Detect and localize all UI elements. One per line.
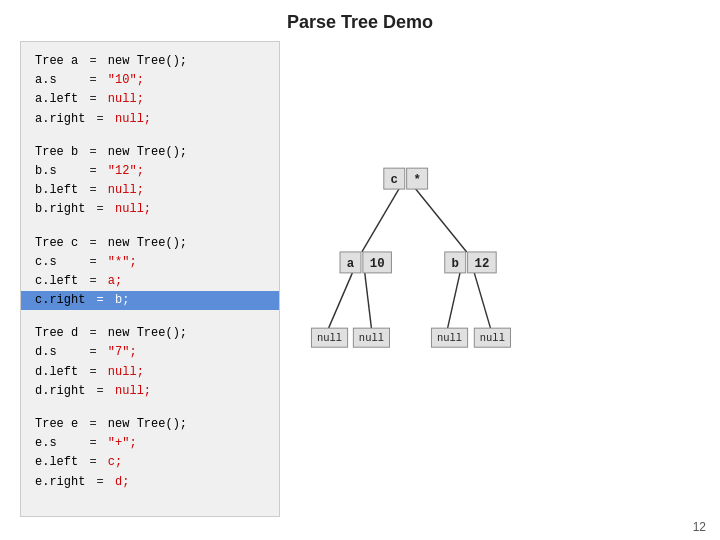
code-val: new Tree(); [108, 143, 187, 162]
code-op: = [82, 52, 104, 71]
code-val: c; [108, 453, 122, 472]
code-op: = [61, 71, 104, 90]
code-line: b.s = "12"; [35, 162, 265, 181]
svg-line-0 [362, 187, 400, 252]
code-op: = [61, 343, 104, 362]
tree-svg: c * a 10 b 12 null null [300, 41, 700, 501]
svg-text:null: null [437, 332, 462, 344]
code-op: = [82, 181, 104, 200]
code-line: d.left = null; [35, 363, 265, 382]
code-line: Tree d = new Tree(); [35, 324, 265, 343]
code-op: = [89, 110, 111, 129]
code-label: b.left [35, 181, 78, 200]
code-label: a.left [35, 90, 78, 109]
code-val: null; [108, 90, 144, 109]
code-block-c: Tree c = new Tree(); c.s = "*"; c.left =… [35, 234, 265, 311]
code-line: e.s = "+"; [35, 434, 265, 453]
code-label: c.s [35, 253, 57, 272]
code-label: e.left [35, 453, 78, 472]
code-line: Tree b = new Tree(); [35, 143, 265, 162]
code-label: a.right [35, 110, 85, 129]
code-label: d.left [35, 363, 78, 382]
code-line: a.left = null; [35, 90, 265, 109]
code-val: a; [108, 272, 122, 291]
code-val: "*"; [108, 253, 137, 272]
tree-panel: c * a 10 b 12 null null [300, 41, 700, 501]
code-val: null; [108, 363, 144, 382]
code-op: = [82, 324, 104, 343]
code-line: a.s = "10"; [35, 71, 265, 90]
svg-text:10: 10 [370, 257, 385, 271]
svg-text:b: b [452, 257, 459, 271]
code-line: a.right = null; [35, 110, 265, 129]
code-line: b.left = null; [35, 181, 265, 200]
code-line-highlight: c.right = b; [21, 291, 279, 310]
code-val: "+"; [108, 434, 137, 453]
code-op: = [89, 382, 111, 401]
code-val: "12"; [108, 162, 144, 181]
svg-line-4 [448, 273, 460, 328]
code-op: = [89, 291, 111, 310]
code-label: c.left [35, 272, 78, 291]
code-op: = [89, 473, 111, 492]
code-label: b.right [35, 200, 85, 219]
code-op: = [82, 234, 104, 253]
code-line: Tree e = new Tree(); [35, 415, 265, 434]
code-val: new Tree(); [108, 324, 187, 343]
code-line: Tree c = new Tree(); [35, 234, 265, 253]
code-label: Tree d [35, 324, 78, 343]
svg-text:null: null [317, 332, 342, 344]
code-op: = [82, 272, 104, 291]
svg-line-1 [414, 187, 466, 252]
code-label: d.s [35, 343, 57, 362]
code-label: Tree c [35, 234, 78, 253]
code-label: e.s [35, 434, 57, 453]
page-number: 12 [693, 520, 706, 534]
code-line: c.left = a; [35, 272, 265, 291]
code-line: d.right = null; [35, 382, 265, 401]
svg-line-2 [329, 273, 353, 328]
svg-text:null: null [359, 332, 384, 344]
code-label: c.right [35, 291, 85, 310]
code-val: null; [115, 200, 151, 219]
code-panel: Tree a = new Tree(); a.s = "10"; a.left … [20, 41, 280, 517]
code-line: c.s = "*"; [35, 253, 265, 272]
code-label: a.s [35, 71, 57, 90]
code-label: b.s [35, 162, 57, 181]
code-line: e.right = d; [35, 473, 265, 492]
svg-text:a: a [347, 257, 355, 271]
code-val: null; [115, 382, 151, 401]
code-block-e: Tree e = new Tree(); e.s = "+"; e.left =… [35, 415, 265, 492]
code-op: = [89, 200, 111, 219]
code-val: "10"; [108, 71, 144, 90]
code-op: = [61, 434, 104, 453]
code-op: = [61, 162, 104, 181]
code-op: = [61, 253, 104, 272]
svg-line-3 [365, 273, 372, 328]
code-val: "7"; [108, 343, 137, 362]
code-label: d.right [35, 382, 85, 401]
code-op: = [82, 143, 104, 162]
code-line: e.left = c; [35, 453, 265, 472]
svg-text:c: c [391, 173, 398, 187]
code-op: = [82, 90, 104, 109]
code-val: null; [115, 110, 151, 129]
svg-text:*: * [413, 173, 420, 187]
code-op: = [82, 415, 104, 434]
code-val: new Tree(); [108, 415, 187, 434]
code-label: Tree e [35, 415, 78, 434]
svg-line-5 [474, 273, 490, 328]
code-line: Tree a = new Tree(); [35, 52, 265, 71]
code-line: b.right = null; [35, 200, 265, 219]
code-line: d.s = "7"; [35, 343, 265, 362]
svg-text:12: 12 [474, 257, 489, 271]
code-label: Tree a [35, 52, 78, 71]
page-title: Parse Tree Demo [0, 0, 720, 41]
code-val: null; [108, 181, 144, 200]
code-op: = [82, 363, 104, 382]
code-val: d; [115, 473, 129, 492]
code-block-b: Tree b = new Tree(); b.s = "12"; b.left … [35, 143, 265, 220]
svg-text:null: null [480, 332, 505, 344]
code-label: Tree b [35, 143, 78, 162]
code-block-d: Tree d = new Tree(); d.s = "7"; d.left =… [35, 324, 265, 401]
